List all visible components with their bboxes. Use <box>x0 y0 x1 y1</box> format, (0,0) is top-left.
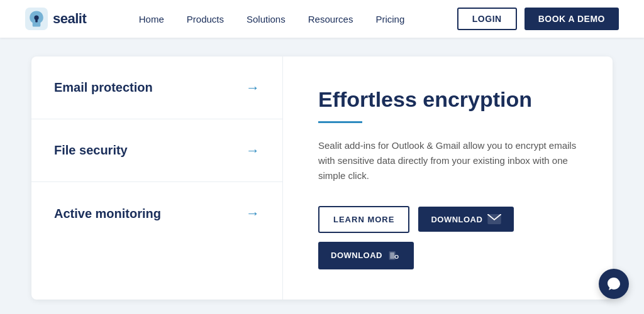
feature-item-file-security[interactable]: File security → <box>31 119 282 182</box>
main-container: Email protection → File security → Activ… <box>0 38 644 314</box>
action-buttons: LEARN MORE DOWNLOAD DOWNLOAD <box>318 206 577 269</box>
svg-rect-5 <box>390 252 394 259</box>
nav-item-home[interactable]: Home <box>139 14 164 24</box>
svg-rect-2 <box>35 19 38 22</box>
feature-label-monitoring: Active monitoring <box>54 207 161 221</box>
feature-item-email-protection[interactable]: Email protection → <box>31 57 282 119</box>
logo[interactable]: sealit <box>25 8 86 30</box>
feature-label-email: Email protection <box>54 80 153 95</box>
arrow-icon-file: → <box>246 143 260 159</box>
header-buttons: LOGIN BOOK A DEMO <box>457 8 619 30</box>
nav-item-solutions[interactable]: Solutions <box>247 14 286 24</box>
download-gmail-label: DOWNLOAD <box>431 215 482 224</box>
left-panel: Email protection → File security → Activ… <box>31 57 283 300</box>
learn-more-button[interactable]: LEARN MORE <box>318 206 409 233</box>
panel-description: Sealit add-ins for Outlook & Gmail allow… <box>318 138 577 183</box>
download-gmail-button[interactable]: DOWNLOAD <box>418 207 514 232</box>
download-outlook-button[interactable]: DOWNLOAD O <box>318 242 414 269</box>
right-panel: Effortless encryption Sealit add-ins for… <box>283 57 613 300</box>
book-demo-button[interactable]: BOOK A DEMO <box>525 8 619 30</box>
nav-item-pricing[interactable]: Pricing <box>375 14 404 24</box>
login-button[interactable]: LOGIN <box>457 8 517 30</box>
svg-text:O: O <box>394 254 399 260</box>
panel-title: Effortless encryption <box>318 87 577 112</box>
chat-icon <box>606 276 621 291</box>
outlook-icon: O <box>387 249 401 262</box>
main-nav: Home Products Solutions Resources Pricin… <box>139 14 405 24</box>
logo-icon <box>25 8 48 30</box>
chat-bubble[interactable] <box>599 269 629 299</box>
content-card: Email protection → File security → Activ… <box>31 57 613 300</box>
logo-text: sealit <box>53 11 86 27</box>
arrow-icon-monitoring: → <box>246 205 260 222</box>
nav-item-resources[interactable]: Resources <box>308 14 353 24</box>
arrow-icon-email: → <box>246 80 260 96</box>
title-underline <box>318 121 362 123</box>
download-outlook-label: DOWNLOAD <box>331 251 382 260</box>
feature-label-file: File security <box>54 143 128 158</box>
feature-item-active-monitoring[interactable]: Active monitoring → <box>31 182 282 245</box>
nav-item-products[interactable]: Products <box>187 14 224 24</box>
gmail-icon <box>487 214 501 224</box>
